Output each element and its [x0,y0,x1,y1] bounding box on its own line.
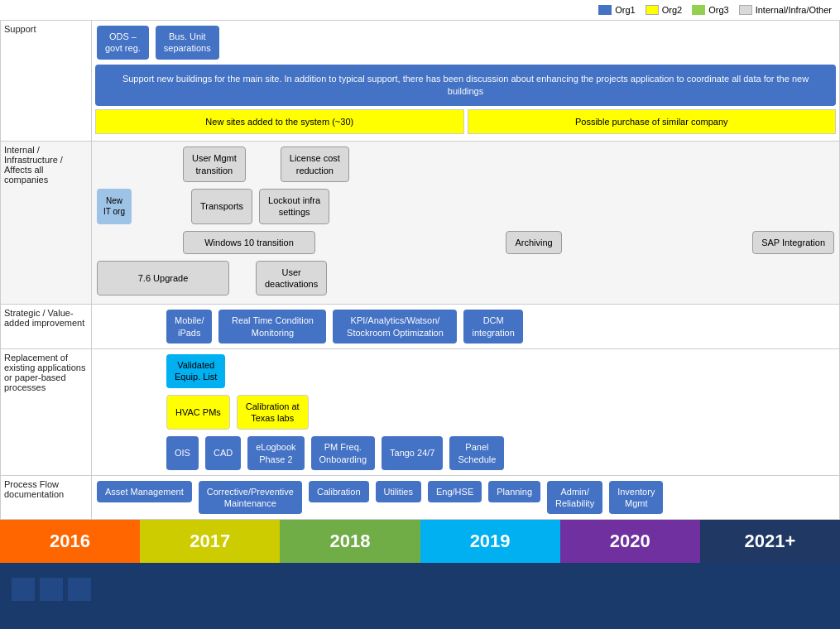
internal-row3: Windows 10 transition Archiving SAP Inte… [95,229,836,256]
asset-mgmt-chip: Asset Management [97,481,192,502]
year-2016: 2016 [0,520,140,563]
eng-hse-chip: Eng/HSE [428,481,482,502]
new-sites-left: New sites added to the system (~30) [95,109,464,134]
legend-item-org3: Org3 [692,5,728,15]
support-label: Support [1,21,92,142]
planning-chip: Planning [488,481,540,502]
mobile-ipads-chip: Mobile/iPads [166,310,212,344]
windows10-chip: Windows 10 transition [183,231,315,254]
calibration-texas-chip: Calibration atTexas labs [237,395,309,430]
panel-schedule-chip: PanelSchedule [449,436,504,470]
license-cost-chip: License costreduction [281,147,349,182]
strategic-row: Strategic / Value-added improvement Mobi… [1,305,840,349]
replacement-row1: ValidatedEquip. List [95,353,836,390]
inventory-mgmt-chip: InventoryMgmt [609,481,663,515]
support-content: ODS –govt reg. Bus. Unitseparations Supp… [92,21,840,142]
legend: Org1 Org2 Org3 Internal/Infra/Other [0,0,840,20]
footer-tile-3 [68,578,91,601]
replacement-content: ValidatedEquip. List HVAC PMs Calibratio… [92,349,840,476]
bus-unit-chip: Bus. Unitseparations [156,26,219,60]
user-deactivations-chip: Userdeactivations [256,261,327,296]
internal-row2: NewIT org Transports Lockout infrasettin… [95,187,836,226]
legend-item-org1: Org1 [598,5,635,15]
pm-freq-chip: PM Freq.Onboarding [311,436,376,470]
ois-chip: OIS [166,436,199,470]
legend-color-org3 [692,5,705,15]
year-2020: 2020 [560,520,700,563]
year-2018: 2018 [280,520,420,563]
legend-color-org2 [646,5,659,15]
elogbook-chip: eLogbookPhase 2 [247,436,304,470]
sap-integration-chip: SAP Integration [752,231,834,254]
new-it-org-chip: NewIT org [97,189,132,224]
year-2021: 2021+ [700,520,840,563]
internal-row4: 7.6 Upgrade Userdeactivations [95,259,836,298]
replacement-row: Replacement of existing applications or … [1,349,840,476]
legend-item-internal: Internal/Infra/Other [739,5,832,15]
strategic-label: Strategic / Value-added improvement [1,305,92,349]
support-top-chips: ODS –govt reg. Bus. Unitseparations [95,24,836,61]
year-2019: 2019 [420,520,560,563]
utilities-chip: Utilities [376,481,421,502]
ods-chip: ODS –govt reg. [97,26,149,60]
internal-row: Internal /Infrastructure /Affects allcom… [1,142,840,305]
internal-label: Internal /Infrastructure /Affects allcom… [1,142,92,305]
tango-chip: Tango 24/7 [382,436,443,470]
process-content: Asset Management Corrective/PreventiveMa… [92,475,840,520]
legend-label-org1: Org1 [615,5,635,15]
replacement-label: Replacement of existing applications or … [1,349,92,476]
replacement-row2: HVAC PMs Calibration atTexas labs [95,393,836,432]
new-sites-row: New sites added to the system (~30) Poss… [95,109,836,134]
kpi-analytics-chip: KPI/Analytics/Watson/Stockroom Optimizat… [333,310,457,344]
realtime-condition-chip: Real Time ConditionMonitoring [218,310,326,344]
transports-chip: Transports [191,189,252,224]
possible-purchase: Possible purchase of similar company [468,109,837,134]
footer-tiles [12,578,91,601]
legend-color-internal [739,5,752,15]
legend-label-org2: Org2 [662,5,682,15]
process-row: Process Flow documentation Asset Managem… [1,475,840,520]
footer [0,563,840,629]
dcm-integration-chip: DCMintegration [463,310,522,344]
replacement-row3: OIS CAD eLogbookPhase 2 PM Freq.Onboardi… [95,435,836,472]
legend-label-org3: Org3 [708,5,728,15]
calibration-chip: Calibration [309,481,369,502]
upgrade-chip: 7.6 Upgrade [97,261,229,296]
year-2017: 2017 [140,520,280,563]
timeline-bar: 2016 2017 2018 2019 2020 2021+ [0,520,840,563]
process-chips: Asset Management Corrective/PreventiveMa… [95,479,836,516]
support-banner: Support new buildings for the main site.… [95,65,836,107]
strategic-chips: Mobile/iPads Real Time ConditionMonitori… [95,308,836,345]
user-mgmt-chip: User Mgmttransition [183,147,246,182]
legend-item-org2: Org2 [646,5,682,15]
cad-chip: CAD [205,436,241,470]
archiving-chip: Archiving [506,231,561,254]
legend-color-org1 [598,5,612,15]
strategic-content: Mobile/iPads Real Time ConditionMonitori… [92,305,840,349]
support-row: Support ODS –govt reg. Bus. Unitseparati… [1,21,840,142]
roadmap-table: Support ODS –govt reg. Bus. Unitseparati… [0,20,840,520]
legend-label-internal: Internal/Infra/Other [756,5,832,15]
corrective-chip: Corrective/PreventiveMaintenance [199,481,302,515]
footer-tile-1 [12,578,35,601]
process-label: Process Flow documentation [1,475,92,520]
validated-equip-chip: ValidatedEquip. List [166,354,225,388]
admin-reliability-chip: Admin/Reliability [547,481,602,515]
footer-tile-2 [40,578,63,601]
internal-content: User Mgmttransition License costreductio… [92,142,840,305]
footer-content [0,563,840,609]
hvac-pms-chip: HVAC PMs [166,395,230,430]
internal-layout: User Mgmttransition License costreductio… [95,145,836,297]
lockout-chip: Lockout infrasettings [259,189,329,224]
internal-row1: User Mgmttransition License costreductio… [95,145,836,184]
